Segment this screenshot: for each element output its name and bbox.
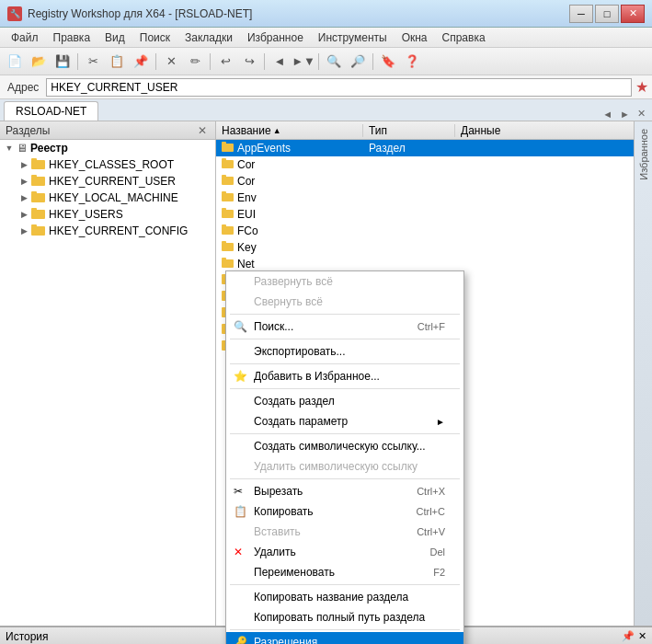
table-row[interactable]: EUI: [216, 206, 634, 223]
maximize-button[interactable]: □: [595, 5, 619, 23]
ctx-create-symlink[interactable]: Создать символическую ссылку...: [226, 436, 463, 456]
toolbar-help[interactable]: ❓: [401, 52, 423, 72]
toolbar-cut[interactable]: ✂: [82, 52, 104, 72]
svg-rect-5: [31, 191, 37, 194]
ctx-export[interactable]: Экспортировать...: [226, 341, 463, 362]
table-row[interactable]: AppEvents Раздел: [216, 140, 634, 156]
ctx-collapse-all[interactable]: Свернуть всё: [226, 292, 463, 312]
close-button[interactable]: ✕: [621, 5, 645, 23]
toolbar-sep1: [77, 53, 78, 70]
ctx-submenu-arrow: ►: [436, 417, 445, 427]
menu-edit[interactable]: Правка: [46, 29, 98, 46]
ctx-delete[interactable]: ✕ Удалить Del: [226, 542, 463, 562]
tree-hkcu-expander[interactable]: ▶: [17, 174, 31, 189]
tree-item-hkcu[interactable]: ▶ HKEY_CURRENT_USER: [0, 173, 215, 190]
toolbar-back[interactable]: ◄: [269, 52, 291, 72]
left-panel-title: Разделы: [6, 124, 50, 137]
table-row[interactable]: Env: [216, 190, 634, 206]
history-close-icon[interactable]: ✕: [638, 630, 646, 642]
row-name: AppEvents: [216, 142, 363, 155]
menu-tools[interactable]: Инструменты: [311, 29, 395, 46]
ctx-copy-shortcut: Ctrl+C: [417, 506, 445, 517]
menu-bar: Файл Правка Вид Поиск Закладки Избранное…: [0, 28, 652, 48]
toolbar-redo[interactable]: ↪: [238, 52, 260, 72]
col-data-header[interactable]: Данные: [455, 124, 634, 137]
menu-windows[interactable]: Окна: [395, 29, 435, 46]
col-type-header[interactable]: Тип: [363, 124, 455, 137]
svg-rect-3: [31, 175, 37, 178]
toolbar-undo[interactable]: ↩: [214, 52, 236, 72]
toolbar-open[interactable]: 📂: [28, 52, 50, 72]
tree-hkcr-expander[interactable]: ▶: [17, 157, 31, 172]
tab-prev-btn[interactable]: ◄: [600, 108, 615, 121]
favorites-label[interactable]: Избранное: [635, 121, 652, 188]
svg-rect-23: [222, 241, 226, 244]
svg-rect-15: [222, 175, 226, 178]
ctx-cut[interactable]: ✂ Вырезать Ctrl+X: [226, 481, 463, 501]
left-panel-close[interactable]: ✕: [195, 124, 210, 137]
tree-hkcu-folder-icon: [31, 174, 46, 189]
ctx-expand-all[interactable]: Развернуть всё: [226, 271, 463, 292]
menu-search[interactable]: Поиск: [132, 29, 177, 46]
row-type: Раздел: [363, 142, 455, 155]
tree-root[interactable]: ▼ 🖥 Реестр: [0, 140, 215, 156]
svg-rect-17: [222, 191, 226, 194]
main-tab[interactable]: RSLOAD-NET: [4, 101, 98, 121]
menu-file[interactable]: Файл: [4, 29, 46, 46]
toolbar-rename[interactable]: ✏: [184, 52, 206, 72]
ctx-search[interactable]: 🔍 Поиск... Ctrl+F: [226, 316, 463, 337]
svg-rect-18: [222, 210, 234, 218]
table-row[interactable]: Key: [216, 239, 634, 256]
menu-view[interactable]: Вид: [97, 29, 132, 46]
ctx-rename[interactable]: Переименовать F2: [226, 562, 463, 582]
app-icon: 🔧: [7, 6, 22, 21]
ctx-add-favorites[interactable]: ⭐ Добавить в Избранное...: [226, 366, 463, 386]
ctx-copy-path[interactable]: Копировать полный путь раздела: [226, 607, 463, 627]
tree-item-hklm[interactable]: ▶ HKEY_LOCAL_MACHINE: [0, 190, 215, 206]
folder-icon: [222, 158, 234, 172]
tab-close-btn[interactable]: ✕: [635, 107, 648, 121]
history-pin-icon[interactable]: 📌: [622, 630, 635, 642]
ctx-paste[interactable]: Вставить Ctrl+V: [226, 522, 463, 542]
menu-help[interactable]: Справка: [435, 29, 493, 46]
address-star-icon[interactable]: ★: [635, 78, 648, 96]
toolbar-new[interactable]: 📄: [4, 52, 26, 72]
toolbar-save[interactable]: 💾: [51, 52, 74, 72]
menu-bookmarks[interactable]: Закладки: [177, 29, 240, 46]
tree-item-hkcc[interactable]: ▶ HKEY_CURRENT_CONFIG: [0, 223, 215, 239]
minimize-button[interactable]: ─: [569, 5, 593, 23]
tab-next-btn[interactable]: ►: [617, 108, 633, 121]
toolbar-forward-dropdown[interactable]: ►▼: [292, 52, 315, 72]
window-title: Registry Workshop для X64 - [RSLOAD-NET]: [28, 7, 252, 20]
toolbar-search[interactable]: 🔍: [323, 52, 345, 72]
ctx-sep6: [230, 478, 460, 479]
col-type-label: Тип: [369, 124, 387, 137]
col-name-header[interactable]: Название ▲: [216, 124, 363, 137]
toolbar-paste[interactable]: 📌: [130, 52, 152, 72]
tree-hkcc-expander[interactable]: ▶: [17, 224, 31, 238]
tree-hku-expander[interactable]: ▶: [17, 207, 31, 222]
tree-hku-folder-icon: [31, 207, 46, 222]
toolbar-search2[interactable]: 🔎: [347, 52, 369, 72]
ctx-permissions[interactable]: 🔑 Разрешения...: [226, 632, 463, 644]
ctx-sep2: [230, 339, 460, 339]
tree-hklm-expander[interactable]: ▶: [17, 190, 31, 205]
table-row[interactable]: Cor: [216, 156, 634, 173]
ctx-copy[interactable]: 📋 Копировать Ctrl+C: [226, 501, 463, 522]
ctx-create-param[interactable]: Создать параметр ►: [226, 411, 463, 431]
tree-item-hkcr[interactable]: ▶ HKEY_CLASSES_ROOT: [0, 156, 215, 173]
menu-favorites[interactable]: Избранное: [240, 29, 311, 46]
tree-item-hku[interactable]: ▶ HKEY_USERS: [0, 206, 215, 223]
table-row[interactable]: Cor: [216, 173, 634, 190]
table-row[interactable]: FCo: [216, 223, 634, 239]
history-header-controls: 📌 ✕: [622, 630, 646, 642]
main-tab-label: RSLOAD-NET: [16, 105, 86, 118]
ctx-delete-symlink[interactable]: Удалить символическую ссылку: [226, 456, 463, 477]
toolbar-delete[interactable]: ✕: [160, 52, 182, 72]
tree-root-expander[interactable]: ▼: [2, 141, 17, 155]
ctx-copy-name[interactable]: Копировать название раздела: [226, 587, 463, 607]
toolbar-bookmark[interactable]: 🔖: [377, 52, 399, 72]
address-input[interactable]: [46, 78, 632, 97]
ctx-create-key[interactable]: Создать раздел: [226, 391, 463, 411]
toolbar-copy[interactable]: 📋: [106, 52, 128, 72]
